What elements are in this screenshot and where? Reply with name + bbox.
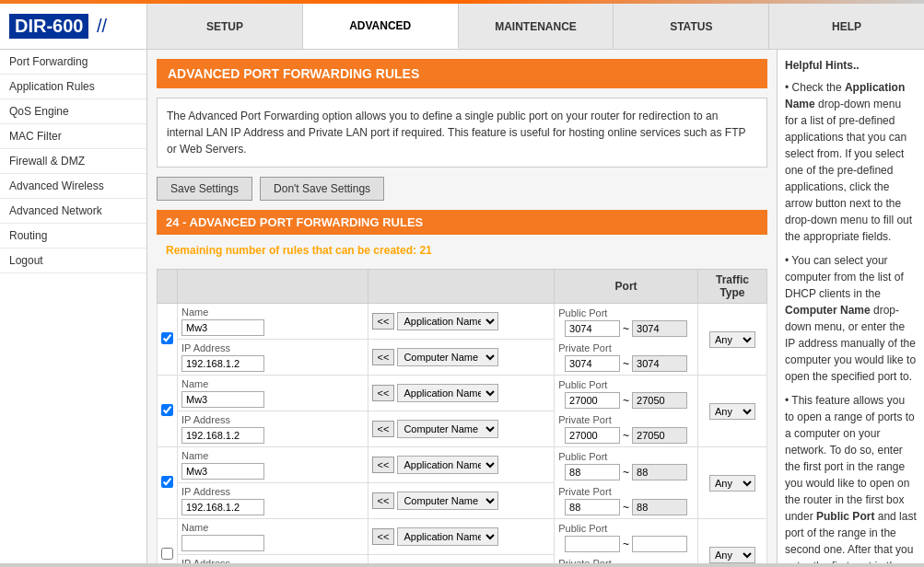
rule-2-pub-tilde: ~ [623,466,629,479]
sidebar-item-port-forwarding[interactable]: Port Forwarding [0,50,146,75]
action-buttons: Save Settings Don't Save Settings [157,177,767,201]
tab-advanced[interactable]: Advanced [303,4,459,49]
page-description: The Advanced Port Forwarding option allo… [157,98,767,168]
sidebar-item-advanced-wireless[interactable]: Advanced Wireless [0,174,146,199]
rule-3-app-cell: <<Application Name [368,519,555,555]
rule-1-ip-input[interactable] [181,427,264,444]
sidebar-item-application-rules[interactable]: Application Rules [0,75,146,99]
rule-2-computer-name-select[interactable]: Computer Name [397,492,498,510]
rule-3-pub-port-end[interactable] [632,536,687,552]
rule-1-pub-port-label: Public Port [558,379,694,390]
rule-2-traffic-cell: Any [697,447,766,519]
rule-3-traffic-cell: Any [697,519,766,564]
rule-0-pub-port-end[interactable] [632,320,687,337]
rule-1-port-cell: Public Port~Private Port~ [555,376,698,447]
rule-1-computer-arrow-button[interactable]: << [372,421,395,437]
rule-1-name-input[interactable] [181,391,264,408]
tab-help[interactable]: Help [769,4,924,49]
rule-0-prv-port-end[interactable] [632,355,687,372]
rule-3-ip-label: IP Address [181,558,364,563]
rule-0-ip-label: IP Address [181,342,364,353]
rule-3-traffic-select[interactable]: Any [709,547,755,563]
rule-3-checkbox-cell [158,519,178,564]
rule-1-computer-name-select[interactable]: Computer Name [397,420,498,438]
table-row: Name<<Application NamePublic Port~Privat… [158,376,767,411]
rule-0-computer-arrow-button[interactable]: << [372,349,395,365]
rule-1-traffic-select[interactable]: Any [709,403,755,420]
rule-2-ip-label: IP Address [181,486,364,497]
rule-0-enabled-checkbox[interactable] [161,332,173,344]
rule-2-arrow-button[interactable]: << [372,457,395,473]
table-row: Name<<Application NamePublic Port~Privat… [158,447,767,483]
rule-2-computer-cell: <<Computer Name [368,483,555,519]
rule-2-prv-port-end[interactable] [632,499,687,515]
rule-3-name-label: Name [181,522,364,533]
tab-status[interactable]: Status [614,4,769,49]
rule-2-app-cell: <<Application Name [368,447,555,483]
rule-0-pub-port-start[interactable] [565,320,620,337]
rule-1-computer-cell: <<Computer Name [368,411,555,447]
rule-3-enabled-checkbox[interactable] [161,548,173,560]
rule-0-prv-port-label: Private Port [558,342,694,353]
rule-3-app-name-select[interactable]: Application Name [397,527,498,546]
rule-2-pub-port-end[interactable] [632,464,687,480]
rule-3-port-cell: Public Port~Private Port~ [555,519,698,564]
rule-0-traffic-cell: Any [697,304,766,376]
logo-slash: // [91,16,107,37]
rule-2-ip-input[interactable] [181,499,264,515]
rule-2-app-name-select[interactable]: Application Name [397,456,498,474]
rule-1-prv-port-end[interactable] [632,427,687,444]
rule-0-ip-input[interactable] [181,355,264,372]
rule-0-arrow-button[interactable]: << [372,313,395,330]
rule-0-computer-cell: <<Computer Name [368,340,555,376]
help-title: Helpful Hints.. [785,57,917,74]
save-settings-button[interactable]: Save Settings [157,177,252,201]
table-row: Name<<Application NamePublic Port~Privat… [158,304,767,340]
sidebar-item-qos-engine[interactable]: QoS Engine [0,99,146,124]
rule-2-name-input[interactable] [181,463,264,480]
rule-3-name-input[interactable] [181,535,264,551]
rule-2-traffic-select[interactable]: Any [709,475,755,492]
help-hint-2: This feature allows you to open a range … [785,392,917,563]
rules-table: Port Traffic Type Name<<Application Name… [157,269,767,563]
sidebar-item-firewall-dmz[interactable]: Firewall & DMZ [0,149,146,174]
rule-0-name-cell: Name [178,304,368,340]
rule-0-traffic-select[interactable]: Any [709,331,755,348]
rule-2-name-cell: Name [178,447,368,483]
rule-3-pub-tilde: ~ [623,538,629,550]
rule-2-prv-tilde: ~ [623,501,629,514]
col-port: Port [555,270,698,304]
sidebar-item-routing[interactable]: Routing [0,224,146,249]
rule-1-arrow-button[interactable]: << [372,385,395,401]
rule-0-prv-tilde: ~ [623,357,629,370]
sidebar-item-logout[interactable]: Logout [0,249,146,273]
rule-1-enabled-checkbox[interactable] [161,404,173,416]
main-content: ADVANCED PORT FORWARDING RULES The Advan… [147,50,777,563]
rule-0-prv-port-start[interactable] [565,355,620,372]
tab-setup[interactable]: Setup [147,4,303,49]
rule-1-prv-port-start[interactable] [565,427,620,444]
rule-0-app-name-select[interactable]: Application Name [397,312,498,330]
rule-2-enabled-checkbox[interactable] [161,476,173,488]
col-traffic: Traffic Type [697,270,766,304]
rule-3-arrow-button[interactable]: << [372,528,395,545]
col-checkbox [158,270,178,304]
rule-2-pub-port-start[interactable] [565,464,620,480]
rule-0-computer-name-select[interactable]: Computer Name [397,348,498,366]
rule-0-name-input[interactable] [181,319,264,336]
rule-2-prv-port-start[interactable] [565,499,620,515]
rule-1-app-name-select[interactable]: Application Name [397,384,498,402]
rule-1-pub-port-start[interactable] [565,392,620,409]
tab-maintenance[interactable]: Maintenance [459,4,614,49]
rule-1-pub-port-end[interactable] [632,392,687,409]
rule-3-pub-port-start[interactable] [565,536,620,552]
dont-save-settings-button[interactable]: Don't Save Settings [260,177,384,201]
col-app-computer [368,270,555,304]
rule-1-pub-tilde: ~ [623,394,629,407]
help-panel: Helpful Hints.. Check the Application Na… [777,50,924,563]
sidebar-item-mac-filter[interactable]: MAC Filter [0,124,146,149]
sidebar-item-advanced-network[interactable]: Advanced Network [0,199,146,224]
table-row: Name<<Application NamePublic Port~Privat… [158,519,767,555]
rule-2-computer-arrow-button[interactable]: << [372,492,395,509]
rule-1-name-cell: Name [178,376,368,411]
